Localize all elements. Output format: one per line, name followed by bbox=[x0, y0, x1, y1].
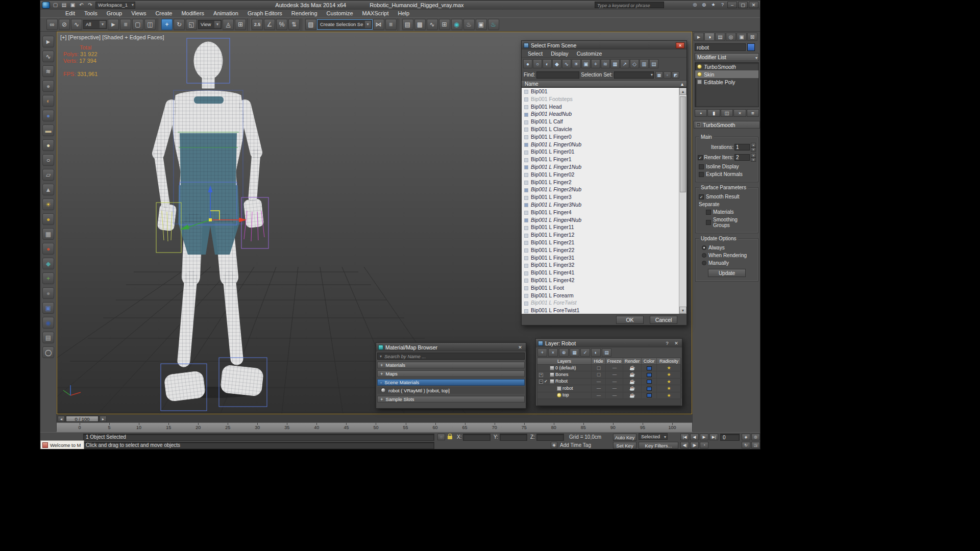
reference-coordinate-system-dropdown[interactable]: View bbox=[198, 20, 222, 29]
manually-radio[interactable]: Manually bbox=[702, 260, 755, 266]
scene-object-row[interactable]: Bip001 L Finger32 bbox=[522, 261, 679, 269]
scene-object-row[interactable]: Bip001 L Forearm bbox=[522, 292, 679, 299]
display-invert-icon[interactable]: ◐ bbox=[543, 59, 552, 68]
close-button[interactable]: ✕ bbox=[749, 2, 758, 8]
scene-object-row[interactable]: Bip001 Head bbox=[522, 103, 679, 111]
explicit-normals-checkbox[interactable]: Explicit Normals bbox=[699, 171, 755, 177]
scene-object-row[interactable]: Bip001 L ForeTwist1 bbox=[522, 307, 679, 314]
render-toggle-icon[interactable]: ☕ bbox=[623, 392, 642, 398]
save-file-icon[interactable]: ▣ bbox=[69, 2, 77, 9]
scene-object-row[interactable]: Bip001 L Finger21 bbox=[522, 239, 679, 246]
display-none-icon[interactable]: ○ bbox=[533, 59, 542, 68]
sample-slots-rollout[interactable]: +Sample Slots bbox=[377, 396, 525, 403]
named-selection-sets-dropdown[interactable]: Create Selection Se bbox=[317, 20, 372, 29]
set-current-layer-icon[interactable]: ✓ bbox=[580, 348, 590, 357]
layer-column-header[interactable]: Color bbox=[642, 358, 657, 364]
tool-circle-icon[interactable]: ○ bbox=[42, 154, 54, 166]
tool-curve-icon[interactable]: ∿ bbox=[42, 51, 54, 62]
layer-expand-toggle[interactable]: + bbox=[539, 373, 543, 377]
scene-object-row[interactable]: Bip001 L Finger2 bbox=[522, 179, 679, 186]
name-column-header[interactable]: Name ▴ bbox=[522, 80, 687, 87]
communication-center-icon[interactable]: ◍ bbox=[700, 2, 708, 8]
previous-frame-button[interactable]: ◀ bbox=[690, 434, 699, 440]
layer-color-swatch[interactable] bbox=[647, 387, 652, 391]
iterations-field[interactable]: 1 bbox=[734, 144, 750, 151]
make-unique-button[interactable]: ◫ bbox=[721, 109, 733, 117]
menu-customize[interactable]: Customize bbox=[322, 10, 358, 17]
smooth-result-checkbox[interactable]: Smooth Result bbox=[699, 194, 755, 199]
tab-modify[interactable]: ◑ bbox=[704, 33, 715, 41]
tool-red-sphere-icon[interactable]: ● bbox=[42, 243, 54, 255]
freeze-toggle[interactable]: ---- bbox=[606, 379, 623, 385]
next-key-button[interactable]: |▶ bbox=[690, 442, 699, 448]
time-slider-handle[interactable]: 0 / 100 bbox=[66, 416, 99, 422]
freeze-toggle[interactable]: ---- bbox=[606, 392, 623, 398]
layer-properties-icon[interactable]: ▤ bbox=[602, 348, 611, 357]
3dsmax-logo-icon[interactable] bbox=[42, 2, 50, 9]
minimize-button[interactable]: – bbox=[727, 2, 737, 8]
select-and-move-icon[interactable]: + bbox=[161, 19, 173, 30]
select-object-icon[interactable]: ► bbox=[108, 19, 119, 30]
pin-stack-button[interactable]: ▪ bbox=[695, 109, 707, 117]
close-icon[interactable]: ✕ bbox=[673, 341, 680, 346]
turbosmooth-rollout-header[interactable]: − TurboSmooth bbox=[694, 121, 760, 129]
schematic-view-icon[interactable]: ⊞ bbox=[439, 19, 450, 30]
scene-object-row[interactable]: Bip001 L Finger2Nub bbox=[522, 186, 679, 193]
hide-toggle[interactable]: ---- bbox=[592, 385, 606, 391]
object-name-field[interactable] bbox=[695, 43, 746, 51]
tool-gold-sphere-icon[interactable]: ● bbox=[42, 213, 54, 225]
material-search-field[interactable]: Search by Name ... bbox=[377, 353, 525, 360]
update-button[interactable]: Update bbox=[708, 269, 746, 277]
display-geometry-icon[interactable]: ◆ bbox=[552, 59, 561, 68]
layer-column-header[interactable]: Hide bbox=[592, 358, 606, 364]
scene-object-row[interactable]: Bip001 L Finger31 bbox=[522, 254, 679, 262]
layer-column-header[interactable]: Freeze bbox=[606, 358, 623, 364]
select-by-name-icon[interactable]: ≡ bbox=[120, 19, 131, 30]
scene-object-row[interactable]: Bip001 L Finger3Nub bbox=[522, 201, 679, 209]
humanoid-model[interactable] bbox=[157, 42, 264, 402]
auto-key-button[interactable]: Auto Key bbox=[613, 434, 636, 441]
select-layer-objects-icon[interactable]: ▦ bbox=[570, 348, 579, 357]
tool-ribbon-icon[interactable]: ≋ bbox=[42, 65, 54, 77]
scene-object-row[interactable]: Bip001 L ForeTwist bbox=[522, 299, 679, 307]
tool-egg-icon[interactable]: ● bbox=[42, 139, 54, 151]
tool-blue-box-icon[interactable]: ▣ bbox=[42, 302, 54, 314]
render-iters-checkbox[interactable] bbox=[698, 155, 703, 160]
scene-object-row[interactable]: Bip001 L Calf bbox=[522, 118, 679, 126]
redo-icon[interactable]: ↷ bbox=[86, 2, 94, 9]
display-spacewarps-icon[interactable]: ≋ bbox=[601, 59, 610, 68]
render-iters-field[interactable]: 2 bbox=[734, 154, 750, 161]
angle-snap-icon[interactable]: ∠ bbox=[264, 19, 275, 30]
render-toggle-icon[interactable]: ☕ bbox=[623, 365, 642, 371]
viewport-label[interactable]: [+] [Perspective] [Shaded + Edged Faces] bbox=[60, 34, 164, 40]
layer-row[interactable]: −✓Robot ---- ---- ☕ ★ bbox=[537, 379, 681, 385]
selection-set-dropdown[interactable] bbox=[614, 71, 654, 79]
menu-edit[interactable]: Edit bbox=[61, 10, 80, 17]
delete-layer-icon[interactable]: × bbox=[548, 348, 558, 357]
rendered-frame-window-icon[interactable]: ▣ bbox=[476, 19, 487, 30]
display-all-icon[interactable]: ● bbox=[523, 59, 532, 68]
radiosity-icon[interactable]: ★ bbox=[657, 371, 681, 378]
display-shapes-icon[interactable]: ∿ bbox=[562, 59, 571, 68]
hide-toggle[interactable]: ---- bbox=[592, 379, 606, 385]
selection-lock-icon[interactable] bbox=[448, 435, 452, 440]
display-hidden-icon[interactable]: ▤ bbox=[649, 59, 658, 68]
tool-sphere-gray-icon[interactable]: ● bbox=[42, 80, 54, 92]
display-lights-icon[interactable]: ☀ bbox=[572, 59, 581, 68]
scene-object-row[interactable]: Bip001 L Finger02 bbox=[522, 171, 679, 179]
modifier-stack-row[interactable]: Skin bbox=[695, 70, 758, 78]
layer-row[interactable]: robot ---- ---- ☕ ★ bbox=[537, 385, 681, 392]
layer-color-swatch[interactable] bbox=[647, 366, 652, 370]
play-animation-button[interactable]: ▶ bbox=[700, 434, 708, 440]
render-setup-icon[interactable]: ♨ bbox=[463, 19, 475, 30]
align-icon[interactable]: ≡ bbox=[385, 19, 397, 30]
track-bar[interactable]: 0510152025303540455055606570758085909510… bbox=[57, 422, 692, 432]
add-time-tag[interactable]: Add Time Tag bbox=[560, 442, 591, 449]
undo-icon[interactable]: ↶ bbox=[78, 2, 85, 9]
scene-materials-rollout[interactable]: -Scene Materials bbox=[377, 379, 525, 386]
customize-menu[interactable]: Customize bbox=[573, 51, 606, 57]
tab-utilities[interactable]: ⊠ bbox=[747, 33, 757, 41]
key-mode-toggle-icon[interactable]: ◈ bbox=[742, 434, 750, 440]
search-go-icon[interactable]: ◎ bbox=[691, 2, 699, 8]
maximize-button[interactable]: ▢ bbox=[738, 2, 748, 8]
